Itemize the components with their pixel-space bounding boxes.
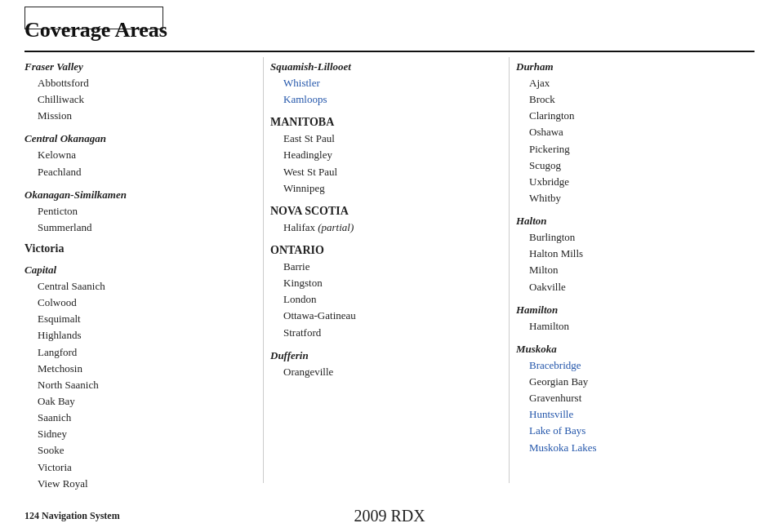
city-item: Mission [24,108,255,124]
city-item: Oak Bay [24,393,255,410]
city-item: Milton [516,262,746,278]
city-item: Summerland [24,219,255,236]
city-item: Pickering [516,141,746,157]
city-item: Penticton [24,203,255,219]
city-item: Abbottsford [24,75,255,91]
region-header: Okanagan-Similkamen [24,188,255,202]
city-item: Lake of Bays [516,423,746,439]
city-item: Barrie [270,259,501,275]
city-item: Uxbridge [516,174,746,190]
city-item: Huntsville [516,406,746,423]
victoria-header: Victoria [24,242,255,255]
city-item: Halton Mills [516,246,746,262]
region-header: Squamish-Lillooet [270,60,501,73]
region-header: Fraser Valley [24,60,255,73]
region-header: Durham [516,60,746,73]
footer-page-number: 124 Navigation System [24,510,120,522]
region-header: Dufferin [270,349,501,362]
city-item: London [270,291,501,308]
footer: 124 Navigation System 2009 RDX [24,510,755,522]
columns-wrapper: Fraser ValleyAbbottsfordChilliwackMissio… [24,57,755,483]
city-item: Colwood [24,295,255,311]
region-header: Central Okanagan [24,132,255,145]
column-col1: Fraser ValleyAbbottsfordChilliwackMissio… [24,57,264,483]
city-item: Chilliwack [24,91,255,108]
city-item: Orangeville [270,364,501,380]
city-item: Saanich [24,410,255,426]
title-underline [24,51,755,52]
city-item: Metchosin [24,361,255,377]
city-item: Bracebridge [516,357,746,374]
city-item: Clarington [516,108,746,124]
province-header: ONTARIO [270,244,501,257]
region-header: Hamilton [516,304,746,317]
city-item: Central Saanich [24,278,255,295]
city-item: Ottawa-Gatineau [270,308,501,324]
city-item: Hamilton [516,318,746,335]
city-item: Halifax (partial) [270,219,501,236]
city-item: East St Paul [270,131,501,147]
city-item: Georgian Bay [516,374,746,390]
column-col3: DurhamAjaxBrockClaringtonOshawaPickering… [510,57,755,483]
city-item: Oshawa [516,124,746,140]
region-header: Halton [516,215,746,228]
city-item: View Royal [24,476,255,492]
column-col2: Squamish-LillooetWhistlerKamloopsMANITOB… [264,57,510,483]
province-header: NOVA SCOTIA [270,205,501,218]
city-item: Headingley [270,147,501,163]
region-header: Capital [24,264,255,277]
city-item: Victoria [24,459,255,476]
city-item: Kelowna [24,147,255,163]
province-header: MANITOBA [270,116,501,129]
city-item: Scugog [516,157,746,174]
city-item: Sooke [24,442,255,459]
city-item: Ajax [516,75,746,91]
city-item: Highlands [24,327,255,344]
footer-model: 2009 RDX [354,507,425,525]
city-item: Esquimalt [24,311,255,327]
city-item: Whitby [516,190,746,206]
city-item: Winnipeg [270,180,501,197]
city-item: Muskoka Lakes [516,440,746,456]
city-item: Brock [516,91,746,108]
page-title: Coverage Areas [24,18,167,42]
region-header: Muskoka [516,343,746,356]
city-item: Gravenhurst [516,390,746,406]
city-item: Stratford [270,325,501,341]
city-item: West St Paul [270,164,501,180]
city-item: North Saanich [24,377,255,393]
city-item: Kamloops [270,91,501,108]
city-item: Sidney [24,426,255,442]
city-item: Oakville [516,279,746,295]
city-item: Whistler [270,75,501,91]
city-item: Burlington [516,229,746,246]
city-item: Peachland [24,164,255,180]
city-item: Langford [24,344,255,361]
city-item: Kingston [270,275,501,291]
